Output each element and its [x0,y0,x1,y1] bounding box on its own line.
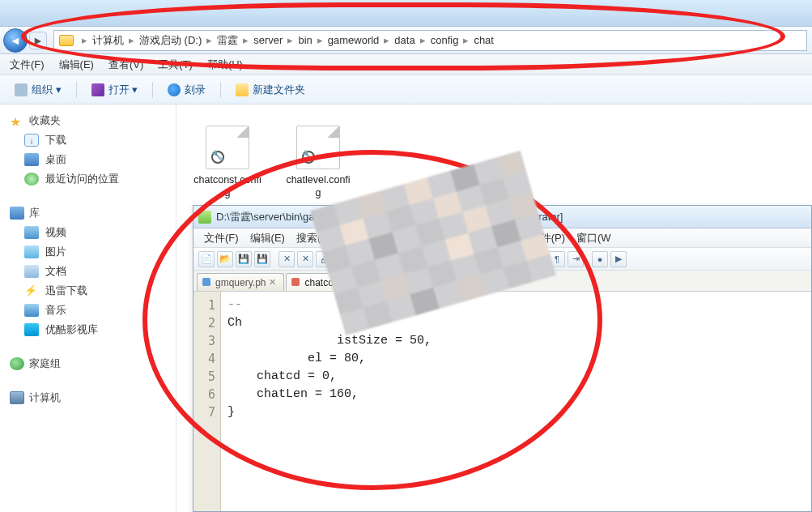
tool-redo[interactable]: ↷ [420,251,436,267]
window-titlebar-stub [0,0,812,27]
crumb-5[interactable]: gameworld [325,34,383,46]
npp-menu-plugins[interactable]: 插件(P) [525,229,571,247]
menu-edit[interactable]: 编辑(E) [53,55,100,75]
tool-closeall[interactable]: ✕ [297,251,313,267]
menu-file[interactable]: 文件(F) [3,55,51,75]
npp-menu-edit[interactable]: 编辑(E) [244,229,291,247]
crumb-sep: ▸ [80,34,89,46]
file-chatlevel[interactable]: chatlevel.config [283,126,353,199]
star-icon: ★ [10,114,24,127]
tool-replace[interactable]: 🔁 [463,251,479,267]
tool-open[interactable]: 打开 ▾ [85,83,145,97]
tool-undo[interactable]: ↶ [402,251,418,267]
sidebar-downloads[interactable]: 下载 [8,130,172,150]
breadcrumb-bar[interactable]: ▸ 计算机 ▸ 游戏启动 (D:) ▸ 雷霆 ▸ server ▸ bin ▸ … [53,30,807,51]
sidebar-documents[interactable]: 文档 [8,262,172,281]
tab-close-icon[interactable]: ✕ [269,277,278,287]
tool-close[interactable]: ✕ [278,251,295,267]
tool-save[interactable]: 💾 [236,251,252,267]
tool-wrap[interactable]: ↩ [530,251,546,267]
tool-newfolder[interactable]: 新建文件夹 [229,83,312,97]
burn-icon [168,83,181,96]
homegroup-icon [10,357,24,370]
sidebar-libraries[interactable]: 库 [8,203,172,223]
recent-icon [24,173,39,186]
code-content[interactable]: -- 配置 Ch ={ istSize = 50, el = 80, chatc… [221,292,811,511]
npp-menu-view[interactable]: 视 [337,229,359,247]
folder-icon [59,35,74,46]
pictures-icon [24,245,39,258]
nav-forward-button[interactable]: ► [29,32,47,49]
thunder-icon: ⚡ [24,284,39,297]
notepadpp-window: D:\雷霆\server\bin\gameworld\ hatconst.con… [193,205,812,512]
sidebar-recent[interactable]: 最近访问的位置 [8,169,172,189]
tool-saveall[interactable]: 💾 [254,251,270,267]
tab-close-icon[interactable]: ✕ [484,277,494,287]
explorer-nav-sidebar: ★收藏夹 下载 桌面 最近访问的位置 库 视频 图片 文档 ⚡迅雷下载 音乐 优… [0,105,176,512]
tab-chatconst[interactable]: chatconst.config✕ [286,273,393,291]
menu-help[interactable]: 帮助(H) [201,55,249,75]
npp-menu-search[interactable]: 搜索(S) [291,229,337,247]
crumb-computer[interactable]: 计算机 [89,33,127,48]
sidebar-pictures[interactable]: 图片 [8,242,172,262]
youku-icon [24,323,39,336]
tab-unsaved-icon [401,278,409,286]
line-gutter: 1234567 [193,292,221,511]
crumb-6[interactable]: data [391,34,418,46]
file-chatconst[interactable]: chatconst.config [193,126,262,199]
notepadpp-title-text: D:\雷霆\server\bin\gameworld\ hatconst.con… [216,210,563,224]
tab-close-icon[interactable]: ✕ [378,277,388,287]
tool-indent[interactable]: ⇥ [568,251,584,267]
tool-burn[interactable]: 刻录 [161,83,212,97]
tab-chatlevel[interactable]: chatlevel.config✕ [395,273,500,291]
notepadpp-icon [198,211,211,224]
menu-view[interactable]: 查看(V) [102,55,150,75]
sidebar-music[interactable]: 音乐 [8,301,172,320]
sidebar-youku[interactable]: 优酷影视库 [8,320,172,339]
explorer-menu-bar: 文件(F) 编辑(E) 查看(V) 工具(T) 帮助(H) [0,54,812,75]
tool-copy[interactable]: 📋 [359,251,375,267]
npp-menu-window[interactable]: 窗口(W [571,229,617,247]
tool-print[interactable]: 🖨 [316,251,332,267]
npp-menu-macro[interactable]: 宏(O) [440,229,478,247]
notepadpp-toolbar: 📄 📂 💾 💾 ✕ ✕ 🖨 ✂ 📋 📋 ↶ ↷ 🔍 🔁 ＋ － ↩ ¶ ⇥ ● … [193,248,811,271]
npp-menu-settings[interactable]: 设置(T) [394,229,440,247]
crumb-7[interactable]: config [427,34,462,46]
notepadpp-titlebar[interactable]: D:\雷霆\server\bin\gameworld\ hatconst.con… [193,206,811,228]
crumb-4[interactable]: bin [295,34,315,46]
crumb-2[interactable]: 雷霆 [214,33,241,48]
sidebar-desktop[interactable]: 桌面 [8,150,172,169]
code-editor[interactable]: 1234567 -- 配置 Ch ={ istSize = 50, el = 8… [193,292,811,511]
tool-find[interactable]: 🔍 [444,251,461,267]
tool-hidden[interactable]: ¶ [549,251,565,267]
npp-menu-lang[interactable]: (L) [370,230,394,245]
tool-organize[interactable]: 组织 ▾ [8,83,68,97]
tool-rec[interactable]: ● [592,251,608,267]
tool-paste[interactable]: 📋 [377,251,393,267]
nav-back-button[interactable]: ◄ [3,28,28,53]
npp-menu-run[interactable]: 运行(R) [478,229,525,247]
vs-icon [91,83,104,96]
crumb-drive[interactable]: 游戏启动 (D:) [136,33,205,48]
tool-open[interactable]: 📂 [217,251,233,267]
newfolder-icon [236,83,249,96]
config-file-icon [206,126,249,169]
tool-zoomout[interactable]: － [506,251,522,267]
npp-menu-file[interactable]: 文件(F) [198,229,244,247]
tool-zoomin[interactable]: ＋ [487,251,504,267]
tab-gmquery[interactable]: gmquery.ph✕ [197,273,284,291]
sidebar-favorites[interactable]: ★收藏夹 [8,111,172,130]
sidebar-video[interactable]: 视频 [8,223,172,242]
crumb-3[interactable]: server [250,34,286,46]
tool-cut[interactable]: ✂ [340,251,356,267]
sidebar-thunder[interactable]: ⚡迅雷下载 [8,281,172,301]
tool-play[interactable]: ▶ [610,251,627,267]
npp-menu-4[interactable] [359,237,370,240]
sidebar-computer[interactable]: 计算机 [8,388,172,407]
organize-icon [15,83,28,96]
config-file-icon [296,126,340,169]
menu-tools[interactable]: 工具(T) [151,55,199,75]
crumb-8[interactable]: chat [470,34,497,46]
sidebar-homegroup[interactable]: 家庭组 [8,354,172,373]
tool-new[interactable]: 📄 [198,251,215,267]
